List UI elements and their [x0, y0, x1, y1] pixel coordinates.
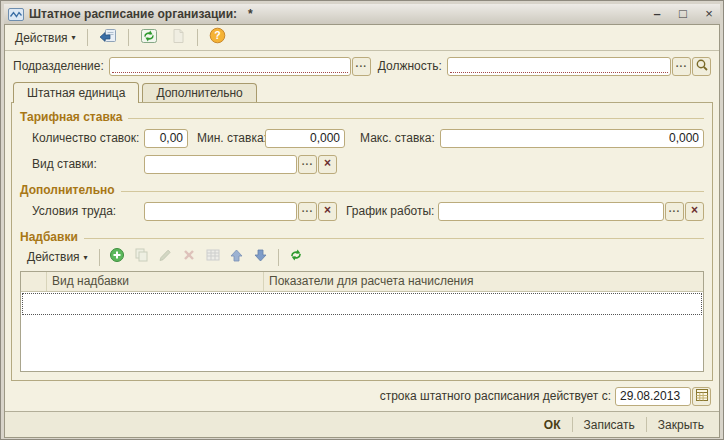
window-title: Штатное расписание организации:	[29, 7, 237, 21]
refresh-icon	[288, 247, 304, 267]
allowances-table-header: Вид надбавки Показатели для расчета начи…	[21, 272, 703, 292]
bottom-button-bar: ОК Записать Закрыть	[5, 411, 719, 437]
minimize-button[interactable]: –	[650, 7, 664, 21]
arrow-up-icon	[229, 248, 244, 267]
position-label: Должность:	[378, 59, 442, 73]
delete-row-button[interactable]	[178, 247, 200, 267]
window-controls: – □ ×	[650, 7, 716, 21]
move-down-button[interactable]	[250, 247, 272, 267]
effective-date-input[interactable]: 29.08.2013	[615, 387, 691, 406]
actions-menu-button[interactable]: Действия ▾	[10, 27, 81, 48]
allowances-table: Вид надбавки Показатели для расчета начи…	[20, 271, 704, 372]
position-input[interactable]	[447, 57, 671, 76]
column-header-marker	[21, 272, 47, 291]
rate-kind-label: Вид ставки:	[32, 157, 144, 171]
effective-date-row: строка штатного расписания действует с: …	[5, 381, 719, 411]
clear-icon: ×	[691, 205, 698, 215]
calendar-button[interactable]	[692, 387, 711, 406]
department-select-button[interactable]: ...	[352, 57, 371, 76]
rate-kind-select-button[interactable]: ...	[298, 155, 317, 174]
department-label: Подразделение:	[13, 59, 104, 73]
clear-icon: ×	[324, 205, 331, 215]
work-schedule-input[interactable]	[438, 202, 664, 221]
chevron-down-icon: ▾	[84, 253, 88, 262]
ellipsis-icon: ...	[669, 204, 680, 214]
column-header-calc-indicators[interactable]: Показатели для расчета начисления	[264, 272, 703, 291]
effective-date-label: строка штатного расписания действует с:	[380, 389, 611, 403]
refresh-table-button[interactable]	[285, 247, 307, 267]
tariff-row-2: Вид ставки: ... ×	[20, 151, 704, 177]
rate-kind-input[interactable]	[144, 155, 297, 174]
work-conditions-input[interactable]	[144, 202, 297, 221]
column-header-allowance-kind[interactable]: Вид надбавки	[47, 272, 264, 291]
group-divider	[121, 191, 704, 192]
rate-count-input[interactable]: 0,00	[144, 129, 188, 148]
form-chart-icon	[8, 8, 24, 21]
work-conditions-clear-button[interactable]: ×	[318, 202, 337, 221]
ellipsis-icon: ...	[676, 59, 687, 69]
rate-count-label: Количество ставок:	[32, 131, 144, 145]
refresh-button[interactable]	[135, 27, 163, 48]
maximize-button[interactable]: □	[676, 7, 690, 21]
allowances-actions-menu-button[interactable]: Действия ▾	[22, 247, 93, 268]
add-icon	[109, 247, 125, 267]
document-button-disabled[interactable]	[165, 27, 191, 48]
ellipsis-icon: ...	[302, 157, 313, 167]
app-window: Штатное расписание организации: * – □ × …	[0, 0, 724, 440]
add-row-button[interactable]	[106, 247, 128, 267]
toolbar-separator	[278, 249, 279, 266]
group-divider	[128, 118, 704, 119]
close-button[interactable]: ×	[702, 7, 716, 21]
close-form-button[interactable]: Закрыть	[647, 415, 715, 435]
write-record-button[interactable]: Записать	[573, 415, 646, 435]
work-schedule-clear-button[interactable]: ×	[685, 202, 704, 221]
ok-button[interactable]: ОК	[533, 415, 572, 435]
copy-icon	[133, 247, 149, 267]
department-input[interactable]	[109, 57, 351, 76]
tab-page-panel: Тарифная ставка Количество ставок: 0,00 …	[11, 102, 713, 381]
tab-additional[interactable]: Дополнительно	[142, 83, 256, 102]
toolbar-separator	[99, 249, 100, 266]
max-rate-input[interactable]: 0,000	[440, 129, 704, 148]
allowances-table-body[interactable]	[21, 292, 703, 371]
header-fields-row: Подразделение: ... Должность: ...	[5, 51, 719, 81]
main-toolbar: Действия ▾	[5, 25, 719, 51]
chevron-down-icon: ▾	[72, 33, 76, 42]
allowances-group-title: Надбавки	[20, 230, 78, 244]
magnifier-icon	[695, 58, 709, 74]
allowances-toolbar: Действия ▾	[20, 245, 704, 269]
document-icon	[170, 28, 186, 48]
modified-marker: *	[248, 7, 253, 21]
position-search-button[interactable]	[692, 57, 711, 76]
delete-icon	[182, 248, 196, 266]
end-edit-button[interactable]	[202, 247, 224, 267]
min-rate-input[interactable]: 0,000	[265, 129, 345, 148]
tab-staff-unit[interactable]: Штатная единица	[13, 82, 139, 103]
write-button[interactable]	[94, 27, 122, 48]
work-conditions-select-button[interactable]: ...	[298, 202, 317, 221]
position-select-button[interactable]: ...	[672, 57, 691, 76]
help-button[interactable]: ?	[204, 27, 231, 48]
tariff-group-title: Тарифная ставка	[20, 110, 122, 124]
work-schedule-label: График работы:	[346, 204, 434, 218]
work-conditions-label: Условия труда:	[32, 204, 144, 218]
ellipsis-icon: ...	[356, 59, 367, 69]
arrow-down-icon	[253, 248, 268, 267]
move-up-button[interactable]	[226, 247, 248, 267]
table-row[interactable]	[22, 293, 702, 315]
rate-kind-clear-button[interactable]: ×	[318, 155, 337, 174]
work-schedule-select-button[interactable]: ...	[665, 202, 684, 221]
copy-row-button[interactable]	[130, 247, 152, 267]
min-rate-label: Мин. ставка:	[197, 131, 265, 145]
edit-row-button[interactable]	[154, 247, 176, 267]
calendar-icon	[695, 388, 709, 404]
toolbar-separator	[87, 29, 88, 46]
form-client-area: Действия ▾	[4, 24, 720, 438]
titlebar[interactable]: Штатное расписание организации: * – □ ×	[4, 4, 720, 24]
tariff-row-1: Количество ставок: 0,00 Мин. ставка: 0,0…	[20, 125, 704, 151]
tab-strip: Штатная единица Дополнительно	[11, 81, 713, 102]
group-divider	[84, 238, 704, 239]
help-icon: ?	[209, 27, 226, 48]
svg-text:?: ?	[214, 29, 220, 41]
ellipsis-icon: ...	[302, 204, 313, 214]
